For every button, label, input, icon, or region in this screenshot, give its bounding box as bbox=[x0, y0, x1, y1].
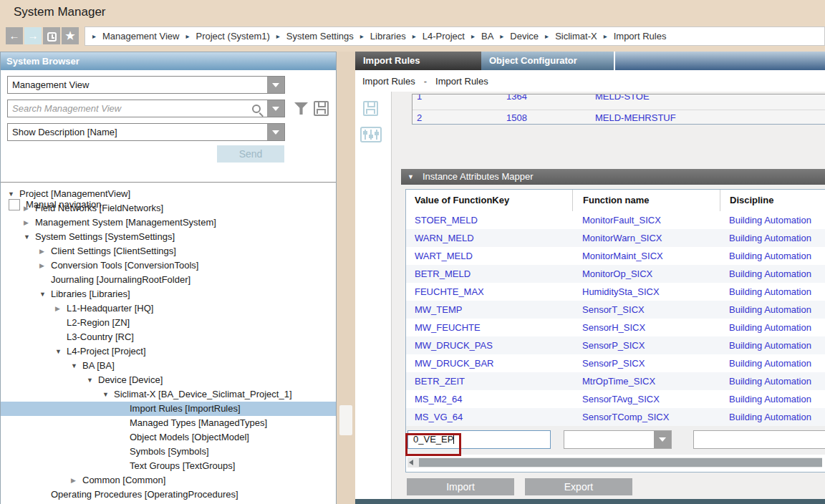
tree-item[interactable]: Text Groups [TextGroups] bbox=[1, 459, 336, 473]
breadcrumb-item[interactable]: ▸Import Rules bbox=[604, 31, 667, 42]
tree-expander-icon[interactable] bbox=[24, 230, 35, 244]
tree-item[interactable]: Management System [ManagementSystem] bbox=[1, 215, 336, 230]
tree-item[interactable]: Journaling [JournalingRootFolder] bbox=[1, 273, 336, 287]
mapper-row[interactable]: WART_MELD MonitorMaint_SICX Building Aut… bbox=[406, 247, 825, 265]
tree-expander-icon[interactable] bbox=[55, 344, 67, 359]
breadcrumb-item-label: L4-Project bbox=[423, 31, 465, 42]
mapper-row[interactable]: MW_FEUCHTE SensorH_SICX Building Automat… bbox=[406, 319, 825, 336]
mapper-row[interactable]: WARN_MELD MonitorWarn_SICX Building Auto… bbox=[406, 229, 825, 247]
back-button[interactable]: ← bbox=[6, 27, 23, 44]
tree-expander-icon[interactable] bbox=[24, 201, 35, 215]
chevron-down-icon[interactable] bbox=[266, 124, 284, 140]
column-header-function-name[interactable]: Function name bbox=[572, 190, 720, 211]
tree-item[interactable]: System Settings [SystemSettings] bbox=[1, 230, 336, 244]
tree-item[interactable]: Libraries [Libraries] bbox=[1, 287, 336, 301]
mapper-row[interactable]: MW_DRUCK_BAR SensorP_SICX Building Autom… bbox=[406, 354, 825, 372]
forward-button[interactable]: → bbox=[24, 27, 42, 44]
tree-item[interactable]: Field Networks [FieldNetworks] bbox=[1, 201, 336, 215]
workspace-breadcrumb-current[interactable]: Import Rules bbox=[435, 76, 488, 87]
breadcrumb-item[interactable]: ▸BA bbox=[471, 31, 493, 42]
tree-item[interactable]: Conversion Tools [ConversionTools] bbox=[1, 258, 336, 273]
collapse-icon[interactable]: ▼ bbox=[407, 173, 414, 180]
tree-expander-icon[interactable] bbox=[71, 473, 82, 488]
tree-item[interactable]: Symbols [Symbols] bbox=[1, 445, 336, 459]
favorites-button[interactable]: ★ bbox=[62, 27, 79, 44]
save-icon[interactable] bbox=[363, 101, 378, 116]
tree-scrollbar[interactable] bbox=[337, 52, 355, 504]
tree-item[interactable]: Operating Procedures [OperatingProcedure… bbox=[1, 488, 336, 502]
tree-item-label: Siclimat-X [BA_Device_Siclimat_Project_1… bbox=[114, 389, 292, 399]
import-button[interactable]: Import bbox=[407, 478, 514, 495]
recent-views-button[interactable] bbox=[43, 27, 60, 44]
tree-expander-icon[interactable] bbox=[87, 373, 98, 387]
tree-item[interactable]: L1-Headquarter [HQ] bbox=[1, 301, 336, 316]
breadcrumb-item[interactable]: ▸Device bbox=[500, 31, 539, 42]
import-rule-row[interactable]: 1 1364 MELD-STOE bbox=[412, 94, 825, 110]
mapper-horizontal-scrollbar[interactable] bbox=[407, 457, 822, 467]
tree-item[interactable]: Siclimat-X [BA_Device_Siclimat_Project_1… bbox=[1, 387, 336, 402]
breadcrumb-item[interactable]: ▸L4-Project bbox=[412, 31, 465, 42]
search-input[interactable]: Search Management View bbox=[7, 100, 285, 117]
mapper-row[interactable]: MW_TEMP SensorT_SICX Building Automation bbox=[406, 301, 825, 319]
scroll-left-icon[interactable] bbox=[409, 460, 413, 465]
chevron-down-icon[interactable] bbox=[266, 100, 284, 117]
tree-item[interactable]: Device [Device] bbox=[1, 373, 336, 387]
search-icon[interactable] bbox=[252, 105, 261, 113]
workspace-breadcrumb-root[interactable]: Import Rules bbox=[362, 76, 415, 87]
tree-expander-icon[interactable] bbox=[24, 215, 35, 230]
filter-icon[interactable] bbox=[294, 102, 308, 115]
tree-item[interactable]: Client Settings [ClientSettings] bbox=[1, 244, 336, 258]
breadcrumb-item[interactable]: ▸Project (System1) bbox=[185, 31, 269, 42]
column-header-functionkey[interactable]: Value of FunctionKey bbox=[406, 190, 572, 211]
view-dropdown[interactable]: Management View bbox=[7, 76, 285, 94]
mapper-row[interactable]: FEUCHTE_MAX HumiditySta_SICX Building Au… bbox=[406, 283, 825, 301]
mapper-hscrollbar-thumb[interactable] bbox=[419, 458, 822, 467]
tree-item[interactable]: Managed Types [ManagedTypes] bbox=[1, 416, 336, 430]
tree-item[interactable]: L2-Region [ZN] bbox=[1, 316, 336, 330]
tree-scrollbar-thumb[interactable] bbox=[339, 405, 352, 435]
tree-item[interactable]: L4-Project [Project] bbox=[1, 344, 336, 359]
tree-item[interactable]: Import Rules [ImportRules] bbox=[1, 402, 336, 416]
tree-expander-icon[interactable] bbox=[39, 258, 51, 273]
tree-expander-icon[interactable] bbox=[39, 244, 51, 258]
mapper-cell-key: MW_TEMP bbox=[406, 301, 572, 319]
mapper-row[interactable]: MW_DRUCK_PAS SensorP_SICX Building Autom… bbox=[406, 336, 825, 354]
text-cursor bbox=[453, 434, 454, 444]
description-dropdown[interactable]: Show Description [Name] bbox=[7, 123, 285, 141]
tree-item[interactable]: L3-Country [RC] bbox=[1, 330, 336, 344]
tree-item[interactable]: Project [ManagementView] bbox=[1, 187, 336, 201]
mapper-row[interactable]: MS_VG_64 SensorTComp_SICX Building Autom… bbox=[406, 408, 825, 426]
new-function-dropdown[interactable] bbox=[564, 430, 672, 449]
column-header-discipline[interactable]: Discipline bbox=[720, 190, 825, 211]
mapper-cell-discipline: Building Automation bbox=[720, 354, 825, 372]
chevron-down-icon[interactable] bbox=[266, 77, 284, 93]
tree-expander-icon[interactable] bbox=[55, 301, 67, 316]
settings-sliders-icon[interactable] bbox=[360, 127, 382, 142]
breadcrumb-item[interactable]: ▸Siclimat-X bbox=[545, 31, 597, 42]
breadcrumb-item[interactable]: ▸Libraries bbox=[360, 31, 406, 42]
tab-object-configurator[interactable]: Object Configurator bbox=[481, 52, 614, 70]
mapper-row[interactable]: MS_M2_64 SensorTAvg_SICX Building Automa… bbox=[406, 390, 825, 408]
tab-import-rules[interactable]: Import Rules bbox=[355, 52, 481, 70]
instance-attributes-mapper-header[interactable]: ▼Instance Attributes Mapper bbox=[401, 169, 825, 185]
send-button[interactable]: Send bbox=[217, 145, 284, 163]
breadcrumb-item[interactable]: ▸System Settings bbox=[276, 31, 354, 42]
import-rule-row[interactable]: 2 1508 MELD-MEHRSTUF bbox=[412, 110, 825, 125]
mapper-row[interactable]: BETR_ZEIT MtrOpTime_SICX Building Automa… bbox=[406, 372, 825, 390]
tree-expander-icon[interactable] bbox=[39, 287, 51, 301]
save-search-icon[interactable] bbox=[314, 101, 329, 116]
breadcrumb-item[interactable]: ▸Management View bbox=[92, 31, 179, 42]
mapper-row[interactable]: BETR_MELD MonitorOp_SICX Building Automa… bbox=[406, 265, 825, 283]
chevron-down-icon[interactable] bbox=[653, 431, 671, 448]
tree-expander-icon[interactable] bbox=[71, 359, 82, 373]
tree-item[interactable]: Object Models [ObjectModel] bbox=[1, 430, 336, 445]
new-functionkey-input[interactable]: 0_VE_EP bbox=[407, 430, 551, 449]
tree-expander-icon[interactable] bbox=[102, 387, 114, 402]
mapper-cell-key: MW_DRUCK_PAS bbox=[406, 336, 572, 354]
tree-item[interactable]: Common [Common] bbox=[1, 473, 336, 488]
mapper-row[interactable]: STOER_MELD MonitorFault_SICX Building Au… bbox=[406, 211, 825, 229]
tree-item[interactable]: BA [BA] bbox=[1, 359, 336, 373]
new-discipline-field[interactable] bbox=[693, 430, 825, 449]
tree-expander-icon[interactable] bbox=[8, 187, 19, 201]
export-button[interactable]: Export bbox=[525, 478, 632, 495]
